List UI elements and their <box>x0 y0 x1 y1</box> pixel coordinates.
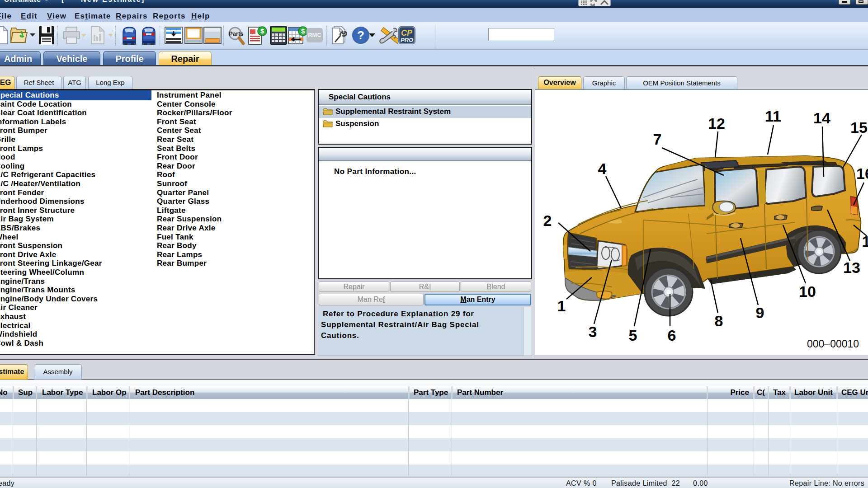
svg-text:13: 13 <box>843 259 860 276</box>
svg-text:14: 14 <box>813 109 830 127</box>
svg-text:9: 9 <box>756 304 764 321</box>
svg-text:12: 12 <box>708 115 725 132</box>
svg-text:10: 10 <box>799 283 816 300</box>
svg-text:6: 6 <box>668 327 676 344</box>
svg-text:?: ? <box>357 28 364 42</box>
svg-text:3: 3 <box>589 323 597 340</box>
svg-text:2: 2 <box>543 212 552 229</box>
svg-text:$: $ <box>260 27 264 35</box>
svg-text:15: 15 <box>850 119 868 136</box>
svg-text:1: 1 <box>862 233 868 250</box>
svg-text:5: 5 <box>629 327 637 344</box>
svg-text:11: 11 <box>765 108 781 125</box>
svg-text:PRO: PRO <box>401 37 413 43</box>
svg-text:CP: CP <box>401 28 413 38</box>
svg-text:$: $ <box>301 27 305 35</box>
svg-text:7: 7 <box>653 131 662 148</box>
svg-text:1: 1 <box>557 297 566 314</box>
svg-text:16: 16 <box>856 165 868 182</box>
svg-text:4: 4 <box>598 160 607 177</box>
svg-text:Parts: Parts <box>229 30 244 37</box>
svg-text:8: 8 <box>715 312 723 329</box>
